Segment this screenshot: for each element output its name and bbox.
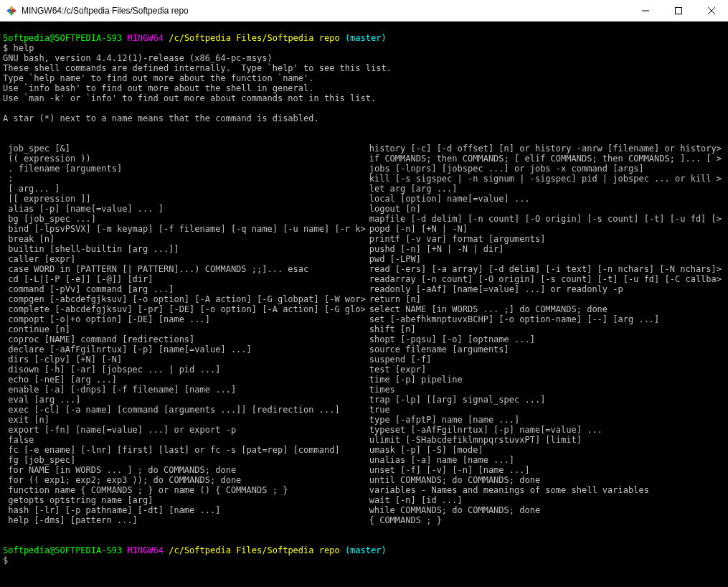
- help-entry: pushd [-n] [+N | -N | dir]: [364, 244, 726, 254]
- command-line-1: $ help: [3, 43, 34, 53]
- minimize-button[interactable]: [629, 0, 662, 21]
- help-entry: set [-abefhkmnptuvxBCHP] [-o option-name…: [364, 314, 726, 324]
- terminal-output[interactable]: Softpedia@SOFTPEDIA-S93 MINGW64 /c/Softp…: [0, 22, 728, 587]
- help-entry: caller [expr]: [3, 254, 364, 264]
- help-entry: wait [-n] [id ...]: [364, 495, 726, 505]
- help-entry: if COMMANDS; then COMMANDS; [ elif COMMA…: [364, 154, 726, 164]
- prompt-cursor-line: $: [3, 555, 8, 565]
- close-button[interactable]: [695, 0, 728, 21]
- help-entry: readarray [-n count] [-O origin] [-s cou…: [364, 274, 726, 284]
- help-entry: disown [-h] [-ar] [jobspec ... | pid ...…: [3, 365, 364, 375]
- help-entry: cd [-L|[-P [-e]] [-@]] [dir]: [3, 274, 364, 284]
- help-entry: compopt [-o|+o option] [-DE] [name ...]: [3, 314, 364, 324]
- prompt-line-1: Softpedia@SOFTPEDIA-S93 MINGW64 /c/Softp…: [3, 33, 387, 43]
- app-icon: [6, 5, 17, 17]
- intro-line: These shell commands are defined interna…: [3, 63, 725, 73]
- help-entry: continue [n]: [3, 324, 364, 334]
- help-entry: test [expr]: [364, 365, 726, 375]
- help-entry: select NAME [in WORDS ... ;] do COMMANDS…: [364, 304, 726, 314]
- help-entry: exec [-cl] [-a name] [command [arguments…: [3, 405, 364, 415]
- prompt-branch: (master): [345, 33, 387, 43]
- help-entry: exit [n]: [3, 415, 364, 425]
- help-entry: suspend [-f]: [364, 354, 726, 365]
- prompt-user-host: Softpedia@SOFTPEDIA-S93: [3, 33, 122, 43]
- help-entry: ulimit [-SHabcdefiklmnpqrstuvxPT] [limit…: [364, 435, 726, 445]
- intro-line: Type `help name' to find out more about …: [3, 73, 725, 83]
- help-entry: local [option] name[=value] ...: [364, 194, 726, 204]
- help-entry: false: [3, 435, 364, 445]
- blank-line: [3, 535, 8, 545]
- help-entry: [ arg... ]: [3, 184, 364, 194]
- prompt-env: MINGW64: [127, 33, 164, 43]
- help-entry: job_spec [&]: [3, 144, 364, 154]
- help-entry: for NAME [in WORDS ... ] ; do COMMANDS; …: [3, 465, 364, 475]
- help-entry: umask [-p] [-S] [mode]: [364, 445, 726, 455]
- help-entry: kill [-s sigspec | -n signum | -sigspec]…: [364, 174, 726, 184]
- help-entry: until COMMANDS; do COMMANDS; done: [364, 475, 726, 485]
- intro-line: [3, 123, 725, 133]
- help-entry: variables - Names and meanings of some s…: [364, 485, 726, 495]
- help-entry: help [-dms] [pattern ...]: [3, 515, 364, 525]
- help-columns: job_spec [&] (( expression )) . filename…: [3, 144, 725, 525]
- help-entry: (( expression )): [3, 154, 364, 164]
- maximize-button[interactable]: [662, 0, 695, 21]
- help-entry: read [-ers] [-a array] [-d delim] [-i te…: [364, 264, 726, 274]
- help-entry: complete [-abcdefgjksuv] [-pr] [-DE] [-o…: [3, 304, 364, 314]
- help-entry: for (( exp1; exp2; exp3 )); do COMMANDS;…: [3, 475, 364, 485]
- help-entry: history [-c] [-d offset] [n] or history …: [364, 144, 726, 154]
- help-entry: type [-afptP] name [name ...]: [364, 415, 726, 425]
- prompt-path: /c/Softpedia Files/Softpedia repo: [169, 33, 339, 43]
- help-entry: :: [3, 174, 364, 184]
- help-column-left: job_spec [&] (( expression )) . filename…: [3, 144, 364, 525]
- help-entry: times: [364, 385, 726, 395]
- help-entry: mapfile [-d delim] [-n count] [-O origin…: [364, 214, 726, 224]
- help-entry: unset [-f] [-v] [-n] [name ...]: [364, 465, 726, 475]
- help-entry: fg [job_spec]: [3, 455, 364, 465]
- help-entry: logout [n]: [364, 204, 726, 214]
- help-entry: trap [-lp] [[arg] signal_spec ...]: [364, 395, 726, 405]
- intro-line: GNU bash, version 4.4.12(1)-release (x86…: [3, 53, 725, 63]
- window-controls: [629, 0, 728, 21]
- svg-rect-5: [676, 7, 682, 14]
- help-entry: jobs [-lnprs] [jobspec ...] or jobs -x c…: [364, 164, 726, 174]
- help-entry: echo [-neE] [arg ...]: [3, 375, 364, 385]
- help-entry: return [n]: [364, 294, 726, 304]
- window-title: MINGW64:/c/Softpedia Files/Softpedia rep…: [22, 6, 629, 16]
- help-entry: shopt [-pqsu] [-o] [optname ...]: [364, 334, 726, 344]
- help-entry: unalias [-a] name [name ...]: [364, 455, 726, 465]
- help-entry: . filename [arguments]: [3, 164, 364, 174]
- help-entry: popd [-n] [+N | -N]: [364, 224, 726, 234]
- help-entry: printf [-v var] format [arguments]: [364, 234, 726, 244]
- help-entry: compgen [-abcdefgjksuv] [-o option] [-A …: [3, 294, 364, 304]
- help-entry: case WORD in [PATTERN [| PATTERN]...) CO…: [3, 264, 364, 274]
- help-entry: declare [-aAfFgilnrtux] [-p] [name[=valu…: [3, 344, 364, 354]
- window-titlebar: MINGW64:/c/Softpedia Files/Softpedia rep…: [0, 0, 728, 22]
- help-entry: alias [-p] [name[=value] ... ]: [3, 204, 364, 214]
- help-entry: enable [-a] [-dnps] [-f filename] [name …: [3, 385, 364, 395]
- help-entry: command [-pVv] command [arg ...]: [3, 284, 364, 294]
- help-entry: time [-p] pipeline: [364, 375, 726, 385]
- intro-line: Use `man -k' or `info' to find out more …: [3, 93, 725, 103]
- help-entry: typeset [-aAfFgilnrtux] [-p] name[=value…: [364, 425, 726, 435]
- help-column-right: history [-c] [-d offset] [n] or history …: [364, 144, 726, 525]
- help-entry: pwd [-LPW]: [364, 254, 726, 264]
- help-entry: [[ expression ]]: [3, 194, 364, 204]
- help-entry: export [-fn] [name[=value] ...] or expor…: [3, 425, 364, 435]
- help-entry: { COMMANDS ; }: [364, 515, 726, 525]
- help-entry: eval [arg ...]: [3, 395, 364, 405]
- help-entry: coproc [NAME] command [redirections]: [3, 334, 364, 344]
- intro-line: [3, 103, 725, 113]
- help-entry: bind [-lpsvPSVX] [-m keymap] [-f filenam…: [3, 224, 364, 234]
- help-entry: function name { COMMANDS ; } or name () …: [3, 485, 364, 495]
- intro-line: A star (*) next to a name means that the…: [3, 113, 725, 123]
- help-entry: let arg [arg ...]: [364, 184, 726, 194]
- help-intro: GNU bash, version 4.4.12(1)-release (x86…: [3, 53, 725, 133]
- help-entry: builtin [shell-builtin [arg ...]]: [3, 244, 364, 254]
- help-entry: readonly [-aAf] [name[=value] ...] or re…: [364, 284, 726, 294]
- help-entry: break [n]: [3, 234, 364, 244]
- help-entry: shift [n]: [364, 324, 726, 334]
- help-entry: hash [-lr] [-p pathname] [-dt] [name ...…: [3, 505, 364, 515]
- help-entry: fc [-e ename] [-lnr] [first] [last] or f…: [3, 445, 364, 455]
- help-entry: true: [364, 405, 726, 415]
- help-entry: dirs [-clpv] [+N] [-N]: [3, 354, 364, 365]
